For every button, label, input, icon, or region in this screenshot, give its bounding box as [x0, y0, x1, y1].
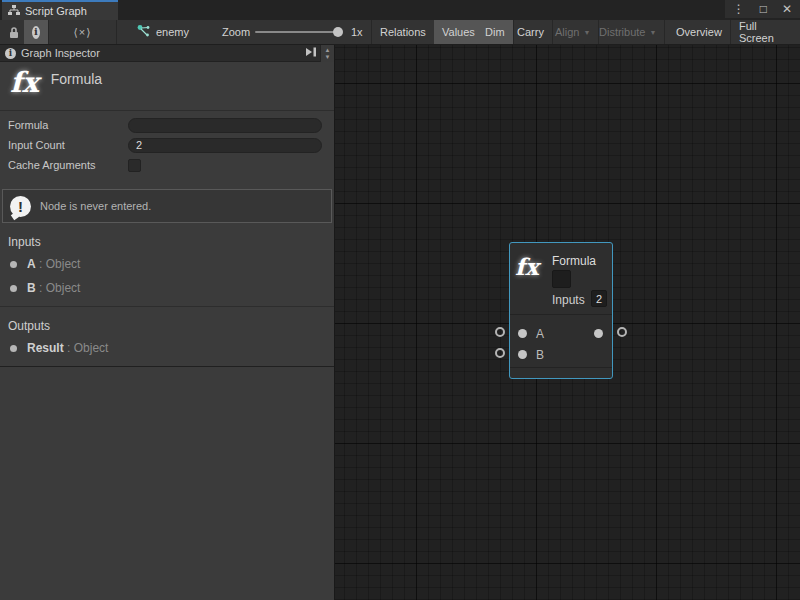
- port-label-b: B: [536, 348, 544, 362]
- formula-node-footer: [510, 367, 612, 378]
- input-port-b-dot[interactable]: [518, 350, 527, 359]
- cache-arguments-checkbox[interactable]: [128, 159, 141, 172]
- inspector-toggle-button[interactable]: i: [24, 20, 49, 44]
- output-port-result-dot[interactable]: [594, 329, 603, 338]
- overview-button[interactable]: Overview: [668, 20, 731, 44]
- lock-icon: [8, 26, 20, 39]
- scroll-stepper[interactable]: ▲ ▼: [320, 45, 334, 62]
- scroll-down-icon[interactable]: ▼: [325, 54, 331, 61]
- zoom-slider[interactable]: [255, 20, 341, 44]
- formula-property-row: Formula: [0, 115, 334, 135]
- code-view-button[interactable]: ⟨×⟩: [49, 20, 117, 44]
- code-view-icon: ⟨×⟩: [73, 26, 91, 39]
- zoom-slider-track: [255, 31, 341, 33]
- external-port-a-icon[interactable]: [495, 327, 505, 337]
- port-type: Object: [74, 341, 109, 355]
- graph-breadcrumb-label: enemy: [156, 26, 189, 38]
- port-name: Result: [27, 341, 64, 355]
- unit-header: fx Formula: [0, 62, 334, 110]
- port-bullet-icon: [10, 261, 17, 268]
- port-bullet-icon: [10, 345, 17, 352]
- input-count-input[interactable]: 2: [128, 138, 322, 153]
- info-icon: i: [32, 26, 40, 39]
- formula-node-header[interactable]: fx Formula Inputs 2: [510, 243, 612, 314]
- warning-box: ! Node is never entered.: [2, 189, 332, 223]
- tab-title: Script Graph: [25, 5, 87, 17]
- unit-title: Formula: [51, 71, 102, 87]
- tab-script-graph[interactable]: Script Graph: [2, 0, 118, 20]
- unity-visual-scripting-window: Script Graph ⋮ □ ✕ i ⟨×⟩: [0, 0, 800, 600]
- node-formula-input[interactable]: [552, 270, 571, 288]
- tab-strip: Script Graph ⋮ □ ✕: [0, 0, 800, 20]
- port-label-a: A: [536, 327, 544, 341]
- outputs-section-title: Outputs: [0, 307, 334, 336]
- cache-arguments-label: Cache Arguments: [8, 159, 128, 171]
- close-icon[interactable]: ✕: [782, 3, 792, 15]
- distribute-dropdown: Distribute ▼: [591, 20, 665, 44]
- zoom-slider-handle[interactable]: [333, 27, 343, 37]
- maximize-icon[interactable]: □: [760, 3, 767, 15]
- formula-node[interactable]: fx Formula Inputs 2 A B: [509, 242, 613, 379]
- formula-label: Formula: [8, 119, 128, 131]
- graph-hierarchy-icon: [8, 5, 20, 18]
- graph-inspector-title: Graph Inspector: [21, 47, 100, 59]
- state-graph-icon: [137, 25, 150, 39]
- formula-fx-icon: fx: [10, 69, 39, 97]
- input-port-a-dot[interactable]: [518, 329, 527, 338]
- input-port-row-b: B : Object: [0, 276, 334, 300]
- node-inputs-label: Inputs: [552, 293, 585, 307]
- scroll-up-icon[interactable]: ▲: [325, 47, 331, 54]
- divider: [0, 366, 334, 367]
- warning-exclamation-icon: !: [10, 196, 31, 217]
- zoom-value: 1x: [351, 20, 363, 44]
- fullscreen-button[interactable]: Full Screen: [731, 20, 800, 44]
- chevron-down-icon: ▼: [649, 29, 656, 36]
- input-port-row-a: A : Object: [0, 252, 334, 276]
- port-name: B: [27, 281, 36, 295]
- cache-arguments-property-row: Cache Arguments: [0, 155, 334, 175]
- chevron-down-icon: ▼: [583, 29, 590, 36]
- input-count-label: Input Count: [8, 139, 128, 151]
- zoom-label: Zoom: [222, 20, 250, 44]
- port-type: Object: [46, 257, 81, 271]
- formula-fx-icon: fx: [515, 255, 539, 278]
- more-menu-icon[interactable]: ⋮: [733, 3, 745, 15]
- node-inputs-count-input[interactable]: 2: [591, 290, 607, 307]
- info-icon: i: [5, 48, 16, 59]
- graph-canvas[interactable]: fx Formula Inputs 2 A B: [335, 45, 800, 600]
- external-port-b-icon[interactable]: [495, 348, 505, 358]
- port-type: Object: [46, 281, 81, 295]
- graph-inspector-panel: i Graph Inspector ▲ ▼ fx Formula Formula: [0, 45, 335, 600]
- graph-breadcrumb[interactable]: enemy: [137, 20, 189, 44]
- formula-node-title: Formula: [552, 254, 596, 268]
- lock-button[interactable]: [4, 20, 24, 44]
- formula-node-ports: A B: [510, 314, 612, 367]
- window-controls: ⋮ □ ✕: [725, 0, 800, 18]
- port-name: A: [27, 257, 36, 271]
- inputs-section-title: Inputs: [0, 223, 334, 252]
- external-port-result-icon[interactable]: [617, 327, 627, 337]
- port-bullet-icon: [10, 285, 17, 292]
- formula-input[interactable]: [128, 118, 322, 133]
- output-port-row-result: Result : Object: [0, 336, 334, 360]
- dock-icon[interactable]: [304, 46, 318, 58]
- relations-button[interactable]: Relations: [371, 20, 435, 44]
- input-count-property-row: Input Count 2: [0, 135, 334, 155]
- graph-inspector-header[interactable]: i Graph Inspector ▲ ▼: [0, 45, 334, 62]
- graph-toolbar: i ⟨×⟩ enemy Zoom: [0, 20, 800, 45]
- warning-text: Node is never entered.: [40, 200, 151, 212]
